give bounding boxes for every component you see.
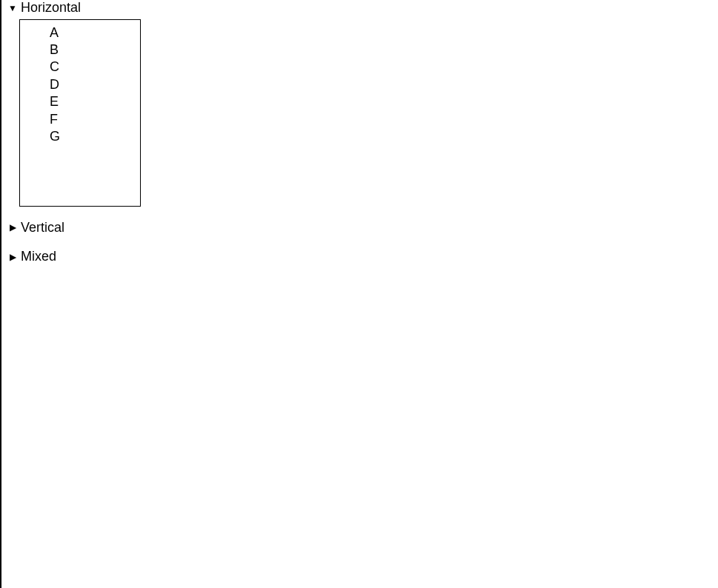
list-item[interactable]: E (20, 93, 140, 110)
section-label-horizontal: Horizontal (21, 0, 81, 16)
triangle-right-icon: ▶ (7, 222, 18, 233)
list-item[interactable]: G (20, 128, 140, 145)
horizontal-list: A B C D E F G (20, 24, 140, 146)
section-label-vertical: Vertical (21, 220, 64, 236)
section-horizontal: ▼ Horizontal A B C D E F G (7, 0, 718, 207)
section-vertical: ▶ Vertical (7, 220, 718, 236)
section-header-vertical[interactable]: ▶ Vertical (7, 220, 718, 236)
list-item[interactable]: C (20, 59, 140, 76)
list-item[interactable]: D (20, 76, 140, 93)
list-item[interactable]: A (20, 24, 140, 41)
triangle-down-icon: ▼ (7, 3, 18, 13)
list-item[interactable]: B (20, 41, 140, 59)
section-label-mixed: Mixed (21, 249, 56, 265)
triangle-right-icon: ▶ (7, 252, 18, 262)
list-item[interactable]: F (20, 111, 140, 128)
section-header-mixed[interactable]: ▶ Mixed (7, 249, 718, 265)
section-header-horizontal[interactable]: ▼ Horizontal (7, 0, 718, 16)
section-body-horizontal: A B C D E F G (19, 19, 141, 207)
section-mixed: ▶ Mixed (7, 249, 718, 265)
